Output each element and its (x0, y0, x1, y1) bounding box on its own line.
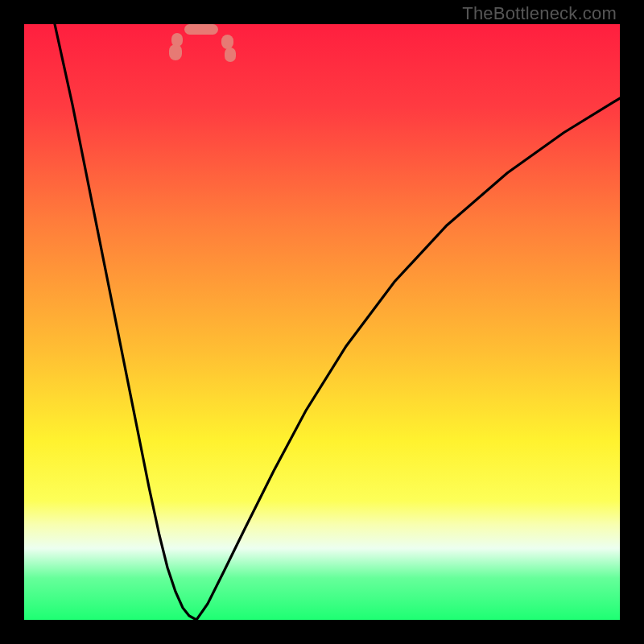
watermark-text: TheBottleneck.com (462, 3, 617, 24)
marker-right-bot (221, 35, 233, 49)
bottleneck-curve (24, 24, 620, 620)
curve-right-branch (196, 98, 620, 620)
plot-area (24, 24, 620, 620)
curve-left-branch (55, 24, 196, 620)
marker-left-bot (171, 33, 183, 47)
marker-right-top (225, 47, 236, 62)
marker-left-top (169, 44, 182, 60)
outer-frame: TheBottleneck.com (0, 0, 644, 644)
marker-valley (184, 24, 218, 35)
